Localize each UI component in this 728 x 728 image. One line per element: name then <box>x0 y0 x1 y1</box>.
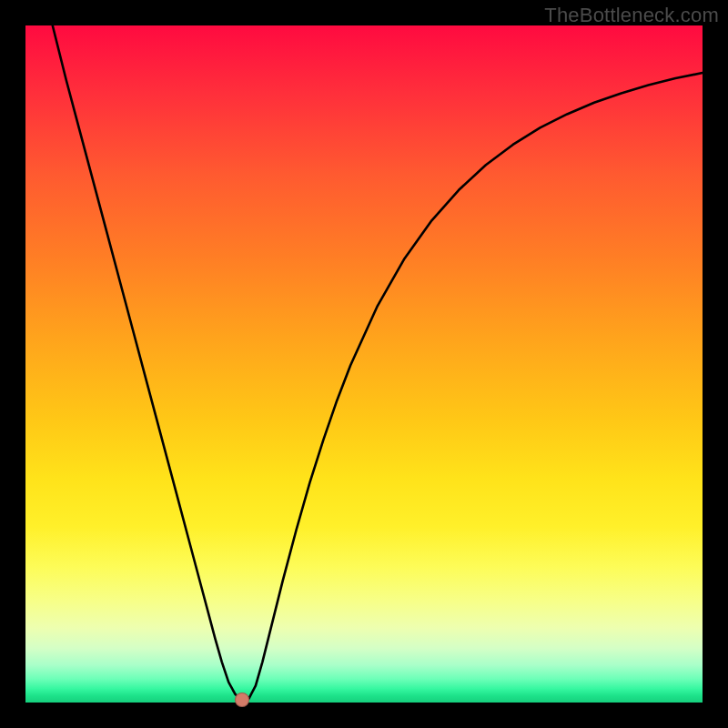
curve-svg <box>25 25 703 703</box>
optimum-marker <box>235 693 249 707</box>
chart-frame: TheBottleneck.com <box>0 0 728 728</box>
bottleneck-curve <box>53 25 703 701</box>
watermark-text: TheBottleneck.com <box>544 4 719 27</box>
